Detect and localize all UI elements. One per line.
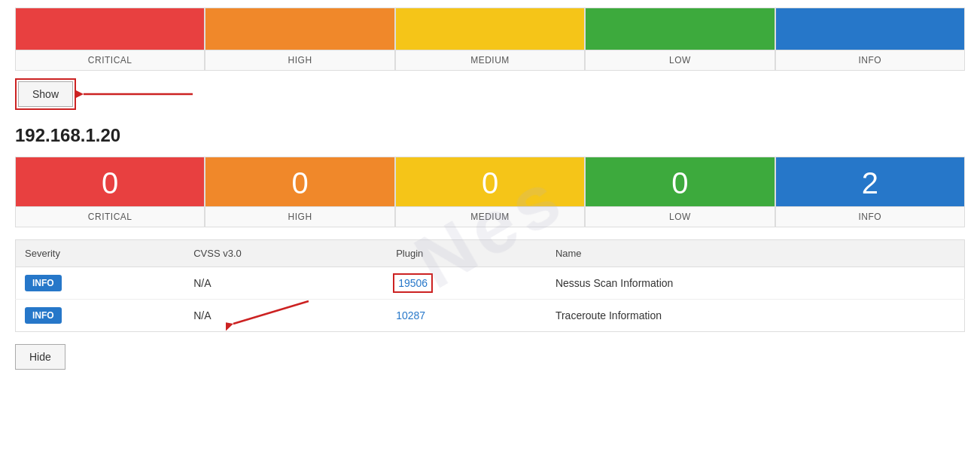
top-high-label: HIGH [205, 50, 394, 70]
bottom-critical-label: CRITICAL [16, 206, 204, 227]
show-button-highlight: Show [15, 78, 76, 110]
top-info-card[interactable]: INFO [775, 8, 965, 71]
severity-cell: INFO [16, 300, 185, 332]
bottom-info-label: INFO [776, 206, 964, 227]
col-plugin: Plugin [387, 240, 546, 267]
bottom-critical-number: 0 [16, 157, 204, 206]
bottom-low-card[interactable]: 0 LOW [585, 157, 775, 227]
bottom-high-card[interactable]: 0 HIGH [205, 157, 394, 227]
table-container: Severity CVSS v3.0 Plugin Name INFON/A19… [15, 239, 965, 332]
plugin-cell: 19506 [387, 267, 546, 300]
vulnerability-table: Severity CVSS v3.0 Plugin Name INFON/A19… [15, 239, 965, 332]
table-row: INFON/A19506Nessus Scan Information [16, 267, 965, 300]
cvss-cell: N/A [184, 267, 387, 300]
top-info-label: INFO [776, 50, 964, 70]
top-critical-number [16, 8, 204, 50]
top-low-card[interactable]: LOW [585, 8, 775, 71]
top-medium-card[interactable]: MEDIUM [395, 8, 585, 71]
vuln-name-cell: Nessus Scan Information [546, 267, 965, 300]
table-header-row: Severity CVSS v3.0 Plugin Name [16, 240, 965, 267]
bottom-high-number: 0 [205, 157, 394, 206]
top-high-card[interactable]: HIGH [205, 8, 394, 71]
top-high-number [205, 8, 394, 50]
top-low-label: LOW [586, 50, 774, 70]
top-critical-label: CRITICAL [16, 50, 204, 70]
top-critical-card[interactable]: CRITICAL [15, 8, 205, 71]
top-severity-row: CRITICAL HIGH MEDIUM LOW INFO [15, 8, 965, 71]
severity-badge: INFO [25, 275, 62, 291]
severity-badge: INFO [25, 307, 62, 324]
bottom-severity-row: 0 CRITICAL 0 HIGH 0 MEDIUM 0 LOW 2 INFO [15, 157, 965, 227]
col-cvss: CVSS v3.0 [184, 240, 387, 267]
bottom-low-label: LOW [586, 206, 774, 227]
hide-button[interactable]: Hide [15, 344, 65, 370]
plugin-cell: 10287 [387, 300, 546, 332]
plugin-link[interactable]: 19506 [396, 276, 430, 290]
bottom-critical-card[interactable]: 0 CRITICAL [15, 157, 205, 227]
show-arrow-annotation [76, 79, 196, 109]
bottom-medium-number: 0 [396, 157, 584, 206]
bottom-medium-card[interactable]: 0 MEDIUM [395, 157, 585, 227]
vuln-name-cell: Traceroute Information [546, 300, 965, 332]
bottom-info-number: 2 [776, 157, 964, 206]
bottom-high-label: HIGH [205, 206, 394, 227]
plugin-link[interactable]: 10287 [396, 309, 425, 321]
top-info-number [776, 8, 964, 50]
show-button[interactable]: Show [18, 81, 73, 107]
col-name: Name [546, 240, 965, 267]
bottom-medium-label: MEDIUM [396, 206, 584, 227]
cvss-cell: N/A [184, 300, 387, 332]
top-medium-label: MEDIUM [396, 50, 584, 70]
severity-cell: INFO [16, 267, 185, 300]
top-low-number [586, 8, 774, 50]
bottom-info-card[interactable]: 2 INFO [775, 157, 965, 227]
top-medium-number [396, 8, 584, 50]
show-button-area: Show [15, 78, 965, 110]
col-severity: Severity [16, 240, 185, 267]
bottom-low-number: 0 [586, 157, 774, 206]
host-ip-title: 192.168.1.20 [15, 125, 965, 146]
table-row: INFON/A10287Traceroute Information [16, 300, 965, 332]
